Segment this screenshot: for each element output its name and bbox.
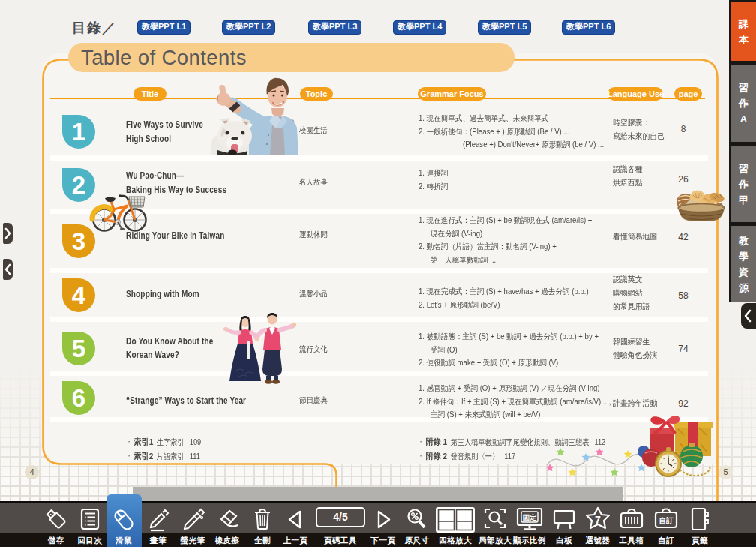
trash-icon	[249, 506, 276, 533]
row-separator	[50, 317, 708, 322]
language-use-line: 認識英文	[613, 275, 643, 285]
column-header-language-use: Language Use	[608, 87, 663, 101]
monitor-fixed-icon: 固定	[514, 506, 544, 533]
triangle-left-icon	[282, 506, 309, 533]
language-use-line: 購物網站	[613, 288, 643, 299]
bullet: ・	[126, 438, 132, 446]
custom-badge-text: 自訂	[659, 516, 674, 524]
lesson-page-number: 26	[668, 174, 698, 185]
toolbar: 儲存 回目次 滑鼠	[0, 503, 756, 547]
lesson-title: Five Ways to Survive	[126, 119, 203, 130]
lesson-page-number: 74	[668, 344, 698, 354]
ppt-button-l4[interactable]: 教學PPT L4	[393, 20, 446, 35]
star-number-text: 7	[595, 514, 601, 526]
lesson-title: Shopping with Mom	[126, 289, 200, 299]
page-title: Table of Contents	[68, 43, 514, 72]
sidebar-tab-workbook-a[interactable]: 習作A	[729, 65, 756, 142]
column-header-page: page	[674, 87, 702, 101]
appendix-text: 發音規則〈一〉	[451, 452, 500, 461]
column-header-title: Title	[134, 87, 166, 101]
sidebar-tab-textbook[interactable]: 課本	[729, 2, 756, 61]
nav-back-button[interactable]	[3, 259, 13, 280]
grammar-line: 第三人稱單數動詞 ...	[430, 255, 496, 266]
ebook-reader: 目錄／ Table of Contents 教學PPT L1 教學PPT L2 …	[0, 0, 756, 547]
language-use-line: 烘焙西點	[613, 178, 643, 188]
grammar-line: 1. 感官動詞 + 受詞 (O) + 原形動詞 (V) ／現在分詞 (V-ing…	[418, 383, 600, 394]
appendix-label: 附錄 2	[426, 452, 448, 461]
magnifier-percent-icon	[404, 506, 430, 533]
eraser-icon	[214, 506, 241, 533]
index-page: 111	[190, 452, 200, 461]
sidebar-tab-workbook-jia[interactable]: 習作甲	[729, 146, 756, 222]
grammar-line: 2. Let's + 原形動詞 (be/V)	[418, 300, 500, 311]
highlighter-pen-icon	[179, 506, 206, 533]
row-separator	[50, 209, 708, 214]
index-entry: ・索引1生字索引109	[126, 437, 201, 448]
toc-list-icon	[76, 506, 104, 533]
chevron-left-icon	[741, 303, 756, 329]
pencil-icon	[145, 506, 172, 533]
ppt-button-l2[interactable]: 教學PPT L2	[222, 20, 275, 35]
ppt-button-l5[interactable]: 教學PPT L5	[478, 20, 531, 35]
lesson-title: “Strange” Ways to Start the Year	[126, 395, 246, 406]
mouse-icon	[110, 506, 138, 534]
lesson-badge-1: 1	[62, 115, 95, 149]
language-use-line: 計畫跨年活動	[613, 398, 657, 409]
bullet: ・	[126, 452, 132, 460]
star-number-icon: 7	[583, 506, 613, 534]
sidebar-tab-teaching-resources[interactable]: 教學資源	[729, 226, 756, 302]
bicycle-photo	[86, 189, 148, 233]
christmas-gifts-photo	[636, 413, 728, 482]
sidebar-collapse-button[interactable]	[741, 303, 756, 329]
hanbok-couple-photo	[221, 312, 296, 386]
ppt-button-l1[interactable]: 教學PPT L1	[137, 20, 190, 35]
grammar-line: 主詞 (S) + 未來式動詞 (will + be/V)	[430, 410, 540, 420]
lesson-badge-6: 6	[62, 381, 95, 415]
whiteboard-icon	[550, 506, 578, 533]
grammar-line: 2. 一般祈使句：(Please + ) 原形動詞 (Be / V) ...	[418, 127, 569, 137]
row-separator	[50, 268, 708, 273]
toc-label-zh: 目錄／	[72, 19, 117, 37]
grammar-line: 2. 使役動詞 make + 受詞 (O) + 原形動詞 (V)	[418, 358, 558, 368]
toolbox-icon	[617, 506, 646, 533]
nav-forward-button[interactable]	[3, 223, 13, 244]
bread-basket-photo	[675, 189, 728, 224]
grammar-line: 1. 現在完成式：主詞 (S) + have/has + 過去分詞 (p.p.)	[418, 287, 589, 297]
language-use-line: 寫給未來的自己	[613, 131, 664, 142]
lesson-title: Wu Pao-Chun—	[126, 170, 184, 181]
lesson-topic: 節日慶典	[299, 395, 328, 406]
grammar-line: 1. 現在簡單式、過去簡單式、未來簡單式	[418, 113, 548, 124]
lesson-topic: 運動休閒	[299, 230, 328, 240]
save-usb-icon	[43, 506, 70, 533]
grammar-line: (Please +) Don't/Never+ 原形動詞 (be / V) ..…	[463, 140, 604, 150]
appendix-entry: ・附錄 2發音規則〈一〉117	[418, 451, 515, 462]
index-page: 109	[190, 437, 201, 446]
bullet: ・	[418, 452, 424, 460]
language-use-line: 認識各種	[613, 164, 643, 175]
language-use-line: 韓國練習生	[613, 337, 650, 347]
bullet: ・	[418, 438, 424, 446]
grammar-line: 2. 轉折詞	[418, 182, 448, 192]
lesson-title: High School	[126, 134, 171, 144]
appendix-label: 附錄 1	[426, 437, 448, 446]
lesson-badge-4: 4	[62, 278, 95, 312]
man-with-dog-photo	[202, 75, 308, 155]
ppt-button-l3[interactable]: 教學PPT L3	[308, 20, 362, 35]
row-separator	[50, 155, 708, 161]
row-separator	[50, 371, 708, 376]
lesson-page-number: 58	[668, 290, 698, 301]
index-text: 生字索引	[157, 437, 184, 446]
page-indicator-box[interactable]: 4/5	[316, 507, 365, 527]
column-header-grammar: Grammar Focus	[418, 87, 486, 101]
appendix-page: 117	[504, 452, 515, 461]
grammar-line: 1. 現在進行式：主詞 (S) + be 動詞現在式 (am/are/is) +	[418, 215, 592, 226]
language-use-line: 時空膠囊：	[613, 118, 650, 128]
book-tabs-icon	[686, 506, 713, 533]
lesson-topic: 流行文化	[299, 344, 328, 355]
grammar-line: 1. 被動語態：主詞 (S) + be 動詞 + 過去分詞 (p.p.) + b…	[418, 332, 598, 342]
grammar-line: 現在分詞 (V-ing)	[430, 229, 482, 239]
index-label: 索引2	[134, 452, 154, 461]
index-entry: ・索引2片語索引111	[126, 451, 200, 462]
ppt-button-l6[interactable]: 教學PPT L6	[562, 20, 615, 35]
lesson-badge-5: 5	[62, 332, 95, 365]
